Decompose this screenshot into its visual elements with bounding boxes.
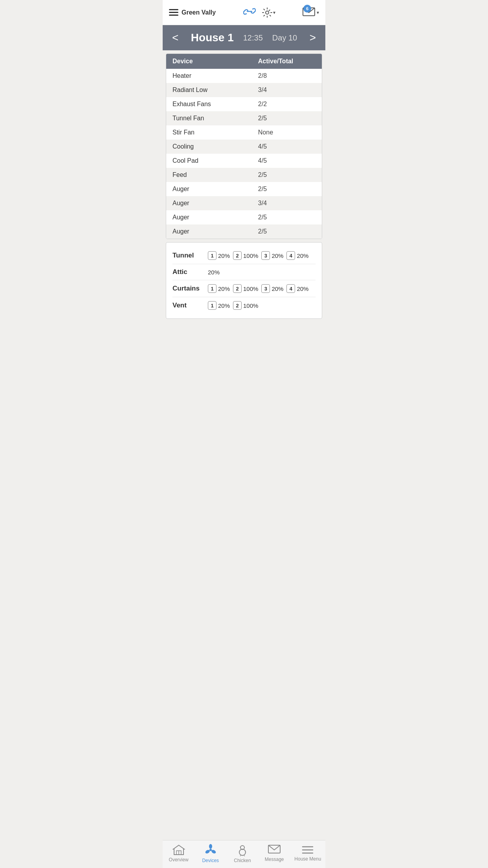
device-value: 2/5 — [252, 168, 322, 182]
vent-item-pct: 100% — [243, 252, 258, 259]
vent-item: 3 20% — [261, 251, 283, 260]
house-info: House 1 12:35 Day 10 — [182, 31, 306, 44]
vent-item-num: 2 — [233, 251, 242, 260]
device-row[interactable]: Auger 2/5 — [166, 224, 322, 239]
device-name: Cooling — [166, 140, 252, 154]
device-name: Cool Pad — [166, 154, 252, 168]
message-badge: 6 — [303, 5, 311, 13]
device-row[interactable]: Heater 2/8 — [166, 69, 322, 83]
nav-left: Green Vally — [169, 9, 216, 16]
vent-item: 3 20% — [261, 284, 283, 293]
device-row[interactable]: Exhaust Fans 2/2 — [166, 97, 322, 111]
device-table-section: Device Active/Total Heater 2/8 Radiant L… — [166, 53, 322, 239]
gear-dropdown-arrow: ▾ — [273, 10, 275, 15]
device-name: Auger — [166, 210, 252, 224]
device-value: 2/2 — [252, 97, 322, 111]
svg-point-1 — [266, 11, 269, 14]
settings-gear[interactable]: ▾ — [262, 7, 275, 18]
attic-label: Attic — [172, 268, 204, 276]
device-name: Radiant Low — [166, 83, 252, 97]
vent-item-num: 2 — [233, 284, 242, 293]
vent-item: 2 100% — [233, 301, 258, 310]
device-value: 2/5 — [252, 224, 322, 239]
house-day: Day 10 — [272, 33, 297, 42]
vent-item: 2 100% — [233, 251, 258, 260]
hamburger-icon[interactable] — [169, 9, 178, 16]
vent-item-num: 2 — [233, 301, 242, 310]
device-name: Tunnel Fan — [166, 111, 252, 125]
device-name: Stir Fan — [166, 125, 252, 140]
device-row[interactable]: Auger 2/5 — [166, 210, 322, 224]
device-name: Auger — [166, 196, 252, 210]
nav-center: ▾ — [243, 7, 275, 18]
device-value: 4/5 — [252, 154, 322, 168]
device-value: 2/8 — [252, 69, 322, 83]
vent-label: Vent — [172, 302, 204, 309]
vent-row: Vent 1 20% 2 100% — [172, 297, 316, 314]
col-active-total-header: Active/Total — [252, 54, 322, 69]
device-name: Feed — [166, 168, 252, 182]
device-name: Auger — [166, 182, 252, 196]
vent-item-pct: 100% — [243, 302, 258, 309]
device-value: 2/5 — [252, 111, 322, 125]
curtains-row: Curtains 1 20% 2 100% 3 20% 4 20% — [172, 280, 316, 297]
top-navbar: Green Vally ▾ 6 ▾ — [163, 0, 325, 25]
attic-row: Attic 20% — [172, 264, 316, 280]
mail-dropdown-arrow: ▾ — [317, 10, 319, 15]
device-row[interactable]: Radiant Low 3/4 — [166, 83, 322, 97]
device-row[interactable]: Feed 2/5 — [166, 168, 322, 182]
device-table: Device Active/Total Heater 2/8 Radiant L… — [166, 54, 322, 239]
next-house-button[interactable]: > — [306, 31, 319, 44]
prev-house-button[interactable]: < — [169, 31, 182, 44]
device-name: Heater — [166, 69, 252, 83]
vent-item-pct: 20% — [272, 252, 283, 259]
device-row[interactable]: Auger 3/4 — [166, 196, 322, 210]
vent-item-num: 4 — [286, 284, 295, 293]
device-value: None — [252, 125, 322, 140]
device-row[interactable]: Auger 2/5 — [166, 182, 322, 196]
tunnel-label: Tunnel — [172, 252, 204, 259]
ventilation-section: Tunnel 1 20% 2 100% 3 20% 4 20% Attic 20… — [166, 242, 322, 319]
curtains-label: Curtains — [172, 285, 204, 292]
device-row[interactable]: Stir Fan None — [166, 125, 322, 140]
vent-item-pct: 20% — [297, 285, 308, 292]
attic-value: 20% — [208, 269, 220, 276]
vent-item-pct: 20% — [218, 285, 230, 292]
device-row[interactable]: Cool Pad 4/5 — [166, 154, 322, 168]
house-name: House 1 — [191, 31, 234, 44]
vent-item-pct: 20% — [218, 252, 230, 259]
col-device-header: Device — [166, 54, 252, 69]
vent-item-pct: 20% — [218, 302, 230, 309]
device-value: 2/5 — [252, 210, 322, 224]
vent-item-num: 3 — [261, 284, 270, 293]
vent-item-num: 4 — [286, 251, 295, 260]
nav-right: 6 ▾ — [303, 7, 319, 18]
site-name: Green Vally — [182, 9, 216, 16]
tunnel-items: 1 20% 2 100% 3 20% 4 20% — [208, 251, 308, 260]
device-value: 3/4 — [252, 196, 322, 210]
vent-item: 2 100% — [233, 284, 258, 293]
vent-item: 1 20% — [208, 301, 230, 310]
vent-item-num: 1 — [208, 301, 216, 310]
device-value: 2/5 — [252, 182, 322, 196]
device-name: Exhaust Fans — [166, 97, 252, 111]
vent-item-num: 1 — [208, 284, 216, 293]
device-value: 3/4 — [252, 83, 322, 97]
vent-items: 1 20% 2 100% — [208, 301, 258, 310]
vent-item: 1 20% — [208, 284, 230, 293]
house-header: < House 1 12:35 Day 10 > — [163, 25, 325, 50]
link-icon[interactable] — [243, 7, 256, 18]
vent-item-pct: 20% — [272, 285, 283, 292]
vent-item: 1 20% — [208, 251, 230, 260]
house-time: 12:35 — [243, 33, 263, 42]
vent-item: 4 20% — [286, 251, 308, 260]
vent-item-pct: 100% — [243, 285, 258, 292]
vent-item-num: 1 — [208, 251, 216, 260]
vent-item-pct: 20% — [297, 252, 308, 259]
device-name: Auger — [166, 224, 252, 239]
vent-item: 4 20% — [286, 284, 308, 293]
device-row[interactable]: Cooling 4/5 — [166, 140, 322, 154]
device-row[interactable]: Tunnel Fan 2/5 — [166, 111, 322, 125]
device-value: 4/5 — [252, 140, 322, 154]
vent-item-num: 3 — [261, 251, 270, 260]
